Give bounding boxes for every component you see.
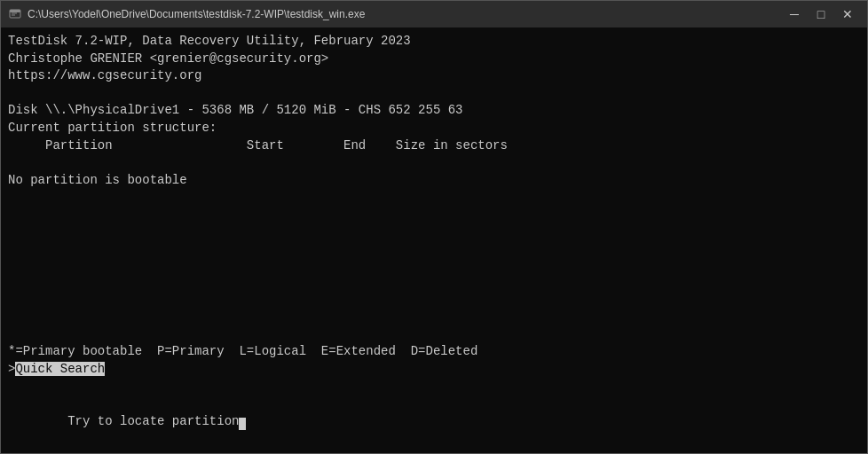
status-line: Try to locate partition [8, 379, 860, 448]
disk-info-line: Disk \\.\PhysicalDrive1 - 5368 MB / 5120… [8, 102, 860, 120]
legend-line: *=Primary bootable P=Primary L=Logical E… [8, 343, 860, 361]
window-title: C:\Users\Yodel\OneDrive\Documents\testdi… [28, 8, 365, 20]
quick-search-line: >Quick Search [8, 361, 860, 379]
partition-structure-line: Current partition structure: [8, 120, 860, 137]
website-line: https://www.cgsecurity.org [8, 67, 860, 85]
cursor [239, 418, 246, 430]
app-icon [8, 7, 22, 21]
main-window: C:\Users\Yodel\OneDrive\Documents\testdi… [0, 0, 868, 454]
status-text: Try to locate partition [67, 414, 239, 428]
close-button[interactable]: ✕ [835, 4, 860, 24]
terminal-content: TestDisk 7.2-WIP, Data Recovery Utility,… [8, 33, 860, 343]
bottom-bar: *=Primary bootable P=Primary L=Logical E… [8, 343, 860, 448]
title-bar: C:\Users\Yodel\OneDrive\Documents\testdi… [1, 1, 867, 27]
no-partition-line: No partition is bootable [8, 172, 860, 190]
column-headers-line: Partition Start End Size in sectors [8, 137, 860, 155]
minimize-button[interactable]: ─ [782, 4, 807, 24]
window-controls: ─ □ ✕ [782, 4, 860, 24]
blank-line-2 [8, 154, 860, 172]
app-title-line: TestDisk 7.2-WIP, Data Recovery Utility,… [8, 33, 860, 51]
status-indent [67, 396, 142, 411]
title-bar-left: C:\Users\Yodel\OneDrive\Documents\testdi… [8, 7, 365, 21]
blank-line-1 [8, 85, 860, 103]
quick-search-button[interactable]: Quick Search [15, 362, 105, 376]
terminal: TestDisk 7.2-WIP, Data Recovery Utility,… [1, 27, 867, 453]
maximize-button[interactable]: □ [809, 4, 833, 24]
svg-rect-1 [10, 10, 20, 12]
author-line: Christophe GRENIER <grenier@cgsecurity.o… [8, 51, 860, 68]
